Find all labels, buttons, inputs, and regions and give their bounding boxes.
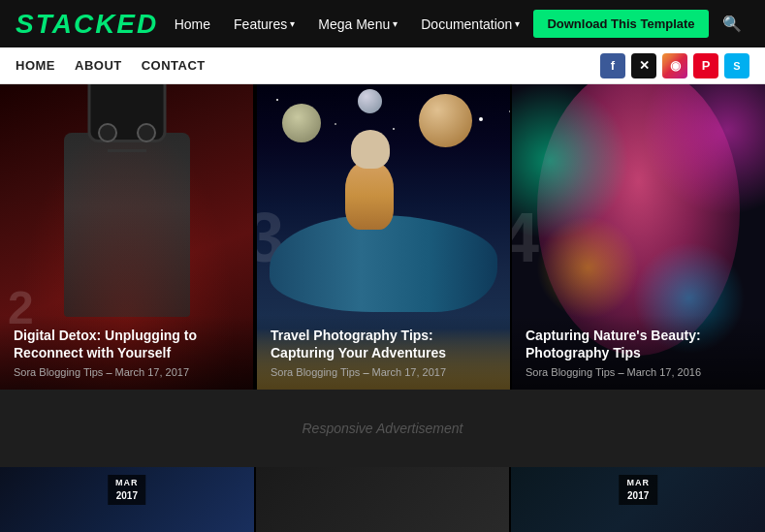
bottom-card-2[interactable] xyxy=(254,467,512,532)
article-meta-2: Sora Blogging Tips – March 17, 2017 xyxy=(14,366,239,378)
nav-home[interactable]: Home xyxy=(165,11,220,38)
bottom-cards-row: MAR 2017 MAR 2017 xyxy=(0,467,765,532)
nav-contact[interactable]: CONTACT xyxy=(142,48,206,82)
articles-grid: 2 Digital Detox: Unplugging to Reconnect… xyxy=(0,84,765,390)
article-card-4[interactable]: 4 Capturing Nature's Beauty: Photography… xyxy=(512,84,765,390)
article-card-2[interactable]: 2 Digital Detox: Unplugging to Reconnect… xyxy=(0,84,255,390)
ad-text: Responsive Advertisement xyxy=(302,421,462,436)
secondary-nav: HOME ABOUT CONTACT f ✕ ◉ P S xyxy=(0,47,765,84)
nav-documentation[interactable]: Documentation ▾ xyxy=(411,11,529,38)
skype-icon[interactable]: S xyxy=(724,53,749,78)
features-chevron: ▾ xyxy=(290,18,295,29)
nav-mega-menu[interactable]: Mega Menu ▾ xyxy=(308,11,407,38)
date-badge-3: MAR 2017 xyxy=(619,475,657,505)
mega-menu-chevron: ▾ xyxy=(393,18,398,29)
nav-features[interactable]: Features ▾ xyxy=(224,11,304,38)
article-card-3[interactable]: 3 Travel Photography Tips: Capturing You… xyxy=(255,84,512,390)
main-nav: Home Features ▾ Mega Menu ▾ Documentatio… xyxy=(165,10,709,38)
article-title-2: Digital Detox: Unplugging to Reconnect w… xyxy=(14,327,239,361)
bottom-card-3[interactable]: MAR 2017 xyxy=(511,467,765,532)
article-meta-3: Sora Blogging Tips – March 17, 2017 xyxy=(271,366,496,378)
article-info-3: Travel Photography Tips: Capturing Your … xyxy=(257,315,510,390)
site-logo[interactable]: STACKED xyxy=(16,9,158,40)
article-title-3: Travel Photography Tips: Capturing Your … xyxy=(271,327,496,361)
search-icon: 🔍 xyxy=(722,16,742,32)
secondary-nav-links: HOME ABOUT CONTACT xyxy=(16,48,206,82)
nav-about[interactable]: ABOUT xyxy=(75,48,122,82)
article-number-4: 4 xyxy=(512,198,539,277)
twitter-x-icon[interactable]: ✕ xyxy=(631,53,656,78)
article-info-2: Digital Detox: Unplugging to Reconnect w… xyxy=(0,315,253,390)
social-icons-bar: f ✕ ◉ P S xyxy=(600,53,749,78)
date-badge-1: MAR 2017 xyxy=(108,475,146,505)
article-meta-4: Sora Blogging Tips – March 17, 2016 xyxy=(526,366,751,378)
search-button[interactable]: 🔍 xyxy=(715,9,749,39)
nav-home-secondary[interactable]: HOME xyxy=(16,48,55,82)
article-info-4: Capturing Nature's Beauty: Photography T… xyxy=(512,315,765,390)
site-header: STACKED Home Features ▾ Mega Menu ▾ Docu… xyxy=(0,0,765,47)
facebook-icon[interactable]: f xyxy=(600,53,625,78)
bottom-card-1[interactable]: MAR 2017 xyxy=(0,467,254,532)
instagram-icon[interactable]: ◉ xyxy=(662,53,687,78)
download-template-button[interactable]: Download This Template xyxy=(533,10,708,38)
docs-chevron: ▾ xyxy=(515,18,520,29)
pinterest-icon[interactable]: P xyxy=(693,53,718,78)
article-title-4: Capturing Nature's Beauty: Photography T… xyxy=(526,327,751,361)
ad-banner: Responsive Advertisement xyxy=(0,390,765,467)
